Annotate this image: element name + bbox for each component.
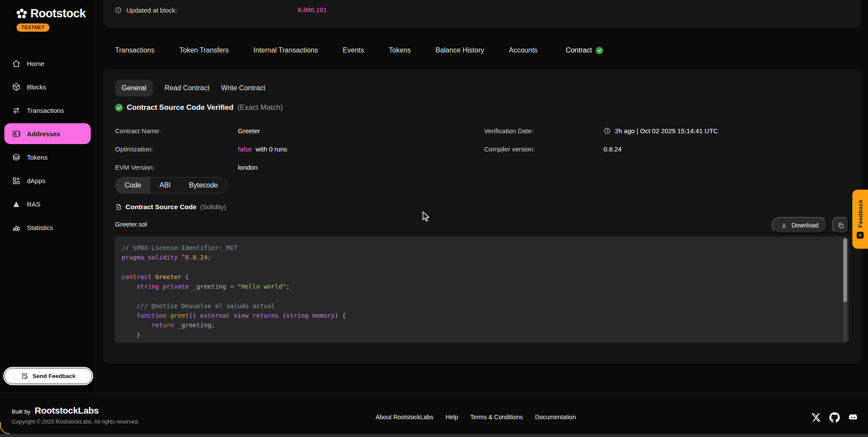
home-icon — [12, 59, 21, 68]
contract-fields-right: Verification Date:2h ago | Oct 02 2025 1… — [484, 122, 718, 158]
feedback-side-tab[interactable]: Feedback c — [852, 190, 868, 249]
transactions-icon — [12, 106, 21, 115]
download-icon — [781, 222, 787, 229]
block-number-link[interactable]: 6,886,101 — [298, 6, 327, 13]
copy-button[interactable] — [832, 217, 849, 233]
code-line: // SPDX-License-Identifier: MIT — [122, 243, 832, 253]
send-feedback-button[interactable]: Send Feedback — [4, 368, 92, 384]
subtab-read-contract[interactable]: Read Contract — [165, 84, 209, 92]
code-line: string private _greeting = "Hello world"… — [122, 282, 832, 291]
sidebar: Rootstock TESTNET HomeBlocksTransactions… — [0, 0, 96, 393]
verified-title: Contract Source Code Verified — [127, 103, 234, 112]
check-icon — [115, 104, 123, 112]
blocks-icon — [12, 82, 21, 92]
contract-fields-left: Contract Name:GreeterOptimization:false … — [115, 122, 287, 176]
sidebar-item-tokens[interactable]: Tokens — [4, 147, 91, 168]
sidebar-item-statistics[interactable]: Statistics — [4, 217, 91, 238]
footer-link-about-rootstocklabs[interactable]: About RootstockLabs — [376, 414, 433, 421]
view-segment-code[interactable]: Code — [116, 177, 150, 193]
download-label: Download — [792, 222, 818, 229]
footer-social-icons — [811, 412, 858, 423]
note-pencil-icon — [21, 372, 28, 380]
source-code-language: (Solidity) — [200, 203, 226, 211]
tab-events[interactable]: Events — [343, 46, 364, 54]
subtab-general[interactable]: General — [115, 80, 153, 96]
code-scrollbar[interactable] — [843, 238, 847, 341]
sidebar-item-transactions[interactable]: Transactions — [4, 100, 91, 121]
code-line: } — [122, 330, 832, 340]
discord-icon[interactable] — [848, 412, 858, 423]
sidebar-item-blocks[interactable]: Blocks — [4, 76, 91, 97]
source-code-lines: // SPDX-License-Identifier: MITpragma so… — [122, 243, 832, 340]
field-label-compiler-version-: Compiler version: — [484, 145, 604, 153]
sidebar-item-home[interactable]: Home — [4, 53, 91, 74]
x-icon[interactable] — [811, 412, 821, 423]
tab-accounts[interactable]: Accounts — [509, 46, 538, 54]
contract-panel: GeneralRead ContractWrite Contract Contr… — [103, 69, 861, 364]
copyright-text: Copyright © 2025 RootstockLabs. All righ… — [12, 419, 139, 425]
footer-link-terms-conditions[interactable]: Terms & Conditions — [470, 414, 523, 421]
brand-name: Rootstock — [30, 7, 86, 20]
field-value-compiler-version-: 0.8.24 — [604, 145, 718, 153]
clock-icon — [604, 127, 611, 135]
footer: Built by RootstockLabs Copyright © 2025 … — [0, 393, 868, 434]
field-value-evm-version-: london — [238, 164, 287, 171]
github-icon[interactable] — [829, 412, 840, 423]
footer-brand-link[interactable]: RootstockLabs — [35, 405, 99, 416]
field-label-contract-name-: Contract Name: — [115, 127, 238, 135]
verified-heading: Contract Source Code Verified (Exact Mat… — [115, 103, 283, 112]
view-segment-bytecode[interactable]: Bytecode — [180, 177, 227, 193]
code-scrollbar-thumb[interactable] — [843, 238, 847, 302]
tab-contract[interactable]: Contract — [558, 42, 610, 59]
sidebar-nav: HomeBlocksTransactionsAddressesTokensdAp… — [0, 53, 95, 240]
download-button[interactable]: Download — [772, 217, 828, 233]
file-icon — [115, 204, 122, 210]
code-line: contract Greeter { — [122, 272, 832, 282]
updated-block-label: Updated at block: — [126, 7, 177, 14]
footer-link-help[interactable]: Help — [446, 414, 458, 421]
feedback-logo-icon: c — [857, 232, 864, 239]
field-value-contract-name-: Greeter — [238, 127, 287, 135]
sidebar-item-addresses[interactable]: Addresses — [4, 123, 91, 144]
source-code-viewer: // SPDX-License-Identifier: MITpragma so… — [115, 237, 849, 343]
code-line — [122, 263, 832, 272]
tokens-icon — [12, 153, 21, 162]
tab-transactions[interactable]: Transactions — [115, 46, 155, 54]
tab-token-transfers[interactable]: Token Transfers — [179, 46, 229, 54]
field-value-verification-date-: 2h ago | Oct 02 2025 15:14:41 UTC — [604, 127, 718, 135]
info-icon — [115, 7, 122, 14]
verified-suffix: (Exact Match) — [238, 103, 283, 112]
source-code-heading: Contract Source Code (Solidity) — [115, 203, 226, 211]
contract-subtabs: GeneralRead ContractWrite Contract — [115, 80, 265, 96]
code-line: pragma solidity ^0.8.24; — [122, 253, 832, 262]
sidebar-item-dapps[interactable]: dApps — [4, 170, 91, 191]
bottom-strip — [0, 434, 868, 437]
updated-block-card: Updated at block: 6,886,101 — [103, 0, 861, 27]
rootstock-flower-icon — [16, 8, 28, 20]
check-icon — [596, 47, 603, 54]
code-line — [122, 291, 832, 301]
view-segment-abi[interactable]: ABI — [150, 177, 180, 193]
tab-tokens[interactable]: Tokens — [389, 46, 411, 54]
code-view-switcher: CodeABIBytecode — [115, 177, 228, 194]
tab-balance-history[interactable]: Balance History — [436, 46, 484, 54]
tab-internal-transactions[interactable]: Internal Transactions — [254, 46, 318, 54]
address-tabs: TransactionsToken TransfersInternal Tran… — [115, 41, 610, 59]
brand-logo[interactable]: Rootstock TESTNET — [0, 0, 95, 32]
copy-icon — [837, 222, 845, 229]
ras-icon — [12, 200, 21, 209]
testnet-badge: TESTNET — [17, 23, 50, 32]
source-code-title: Contract Source Code — [125, 203, 197, 211]
feedback-tab-label: Feedback — [857, 200, 864, 228]
sidebar-item-ras[interactable]: RAS — [4, 194, 91, 214]
addresses-icon — [12, 129, 21, 138]
send-feedback-label: Send Feedback — [33, 373, 76, 379]
footer-link-documentation[interactable]: Documentation — [535, 414, 576, 421]
field-label-evm-version-: EVM Version: — [115, 164, 238, 171]
footer-links: About RootstockLabsHelpTerms & Condition… — [376, 414, 576, 421]
statistics-icon — [12, 223, 21, 232]
subtab-write-contract[interactable]: Write Contract — [221, 84, 265, 92]
code-line: return _greeting; — [122, 320, 832, 330]
field-label-optimization-: Optimization: — [115, 145, 238, 153]
source-file-name: Greeter.sol — [115, 220, 147, 228]
